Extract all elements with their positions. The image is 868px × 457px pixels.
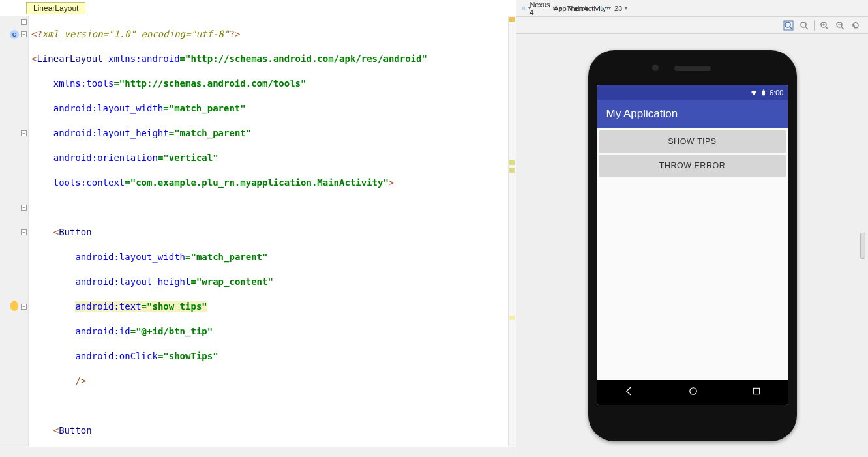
svg-rect-0 (522, 7, 525, 10)
zoom-in-icon[interactable] (818, 20, 830, 31)
tag-close: /> (75, 376, 86, 386)
svg-point-11 (801, 22, 806, 27)
design-preview-pane: Nexus 4 AppTheme MainActivity 23 (516, 0, 868, 457)
val: http://schemas.android.com/tools (125, 78, 301, 89)
val: match_parent (174, 103, 240, 113)
tag-button: Button (59, 425, 92, 435)
clock-label: 6:00 (770, 89, 783, 96)
attr: android:orientation (53, 153, 158, 163)
fold-icon[interactable]: − (21, 31, 27, 37)
attr: tools:context (53, 177, 125, 188)
fold-icon[interactable]: − (21, 205, 27, 211)
svg-point-8 (785, 22, 790, 27)
attr: android:onClick (75, 351, 157, 361)
marker-warn-icon[interactable] (509, 168, 515, 173)
tag-button: Button (59, 227, 92, 237)
activity-dropdown[interactable]: MainActivity (583, 3, 595, 14)
attr: android:text (75, 301, 141, 312)
breadcrumb-tag[interactable]: LinearLayout (26, 2, 85, 14)
marker-hint-icon[interactable] (509, 316, 515, 320)
svg-point-6 (601, 7, 604, 10)
zoom-reset-icon[interactable] (798, 20, 810, 31)
button-throw-error[interactable]: THROW ERROR (599, 155, 786, 177)
val: vertical (169, 153, 213, 163)
svg-line-14 (826, 27, 828, 29)
nav-bar (597, 380, 788, 405)
marker-warn-icon[interactable] (509, 160, 515, 165)
intention-bulb-icon[interactable] (10, 303, 18, 311)
val: match_parent (196, 252, 262, 262)
fold-icon[interactable]: − (21, 229, 27, 235)
design-toolbar: Nexus 4 AppTheme MainActivity 23 (516, 0, 868, 17)
device-frame: 6:00 My Application SHOW TIPS THROW ERRO… (588, 50, 797, 441)
attr: xmlns:android (108, 53, 180, 64)
attr: android:id (75, 326, 130, 336)
refresh-icon[interactable] (850, 20, 861, 31)
app-title: My Application (606, 108, 678, 121)
app-content: SHOW TIPS THROW ERROR (597, 128, 788, 380)
attr: android:layout_height (53, 128, 169, 138)
battery-icon (760, 89, 767, 96)
nav-home-icon[interactable] (687, 385, 699, 400)
svg-point-22 (689, 387, 696, 394)
zoom-bar (516, 17, 868, 34)
device-label: Nexus 4 (530, 1, 550, 16)
val: show tips (152, 301, 202, 312)
fold-icon[interactable]: − (21, 130, 27, 136)
val: com.example.plu_rn.myapplication.MainAct… (136, 177, 383, 188)
attr: android:layout_width (53, 103, 164, 113)
nav-recent-icon[interactable] (751, 386, 762, 399)
editor-gutter: − C − − − − − (0, 16, 29, 447)
nav-back-icon[interactable] (623, 385, 635, 400)
device-dropdown[interactable]: Nexus 4 (536, 3, 548, 14)
svg-line-9 (790, 27, 792, 29)
marker-warning-icon[interactable] (509, 17, 515, 22)
zoom-fit-icon[interactable] (783, 20, 794, 31)
val: @+id/btn_tip (142, 326, 207, 336)
editor-bottom-strip (0, 447, 516, 457)
front-camera (652, 65, 659, 71)
svg-rect-21 (763, 89, 764, 90)
xml-pi: xml version="1.0" encoding="utf-8" (42, 29, 230, 39)
tag-linearlayout: LinearLayout (37, 53, 102, 64)
attr: android:layout_width (75, 252, 185, 262)
preview-canvas[interactable]: 6:00 My Application SHOW TIPS THROW ERRO… (516, 34, 868, 457)
val: showTips (169, 351, 213, 361)
app-bar: My Application (597, 100, 788, 128)
device-screen: 6:00 My Application SHOW TIPS THROW ERRO… (597, 85, 788, 405)
attr: android:layout_height (75, 276, 190, 287)
svg-rect-23 (753, 388, 759, 394)
locale-dropdown[interactable] (599, 3, 610, 14)
code-body[interactable]: <?xml version="1.0" encoding="utf-8"?> <… (29, 16, 516, 447)
val: wrap_content (202, 276, 267, 287)
code-area[interactable]: − C − − − − − <?xml version="1.0" encodi… (0, 16, 516, 447)
val: http://schemas.android.com/apk/res/andro… (190, 53, 421, 64)
svg-rect-20 (762, 90, 765, 95)
svg-line-12 (805, 27, 808, 29)
api-label: 23 (614, 5, 622, 12)
attr: xmlns:tools (53, 78, 114, 89)
button-show-tips[interactable]: SHOW TIPS (599, 130, 786, 153)
status-bar: 6:00 (597, 85, 788, 100)
speaker-slot (674, 66, 711, 71)
api-dropdown[interactable]: 23 (614, 3, 626, 14)
preview-resize-handle[interactable] (860, 233, 865, 259)
breadcrumb-bar: LinearLayout (0, 0, 516, 16)
val: match_parent (180, 128, 246, 138)
wifi-icon (750, 89, 758, 96)
svg-line-18 (841, 27, 844, 29)
fold-icon[interactable]: − (21, 19, 27, 25)
xml-editor-pane: LinearLayout − C − − − − − <?xml version… (0, 0, 516, 457)
zoom-out-icon[interactable] (834, 20, 846, 31)
error-stripe[interactable] (508, 16, 516, 447)
